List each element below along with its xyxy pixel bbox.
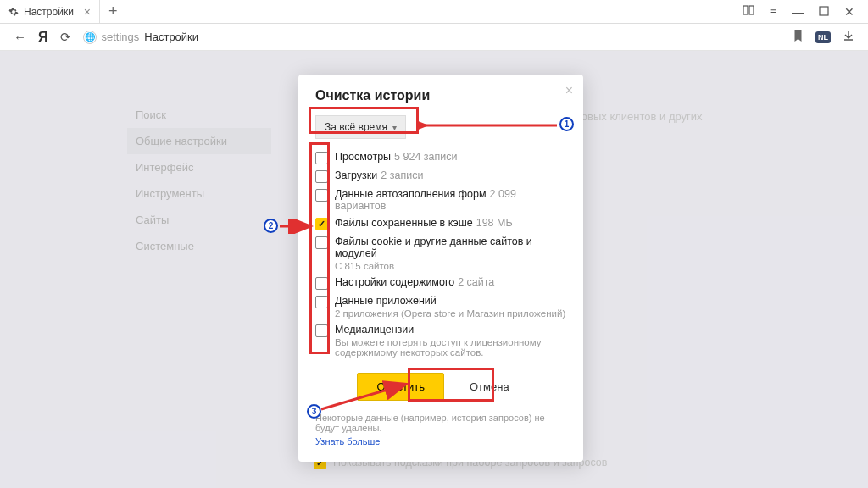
time-range-label: За всё время — [325, 121, 387, 133]
cancel-button[interactable]: Отмена — [454, 373, 525, 401]
chevron-down-icon: ▾ — [392, 123, 397, 132]
addr-prefix: settings — [102, 30, 140, 43]
panel-icon[interactable] — [743, 4, 754, 19]
dialog-buttons: Очистить Отмена — [315, 373, 566, 401]
checkbox-browsing[interactable] — [315, 152, 328, 164]
checkbox-autofill[interactable] — [315, 189, 328, 202]
svg-rect-2 — [820, 7, 828, 15]
toolbar-right: NL — [793, 30, 854, 45]
address-bar[interactable]: 🌐 settings Настройки — [83, 30, 782, 44]
checkbox-content[interactable] — [315, 277, 328, 290]
footer-note: Некоторые данные (например, история запр… — [315, 413, 566, 433]
item-content: Настройки содержимого2 сайта — [315, 276, 566, 290]
svg-rect-0 — [743, 6, 748, 14]
bookmark-icon[interactable] — [793, 30, 804, 45]
browser-tab[interactable]: Настройки × — [0, 0, 100, 23]
checkbox-cache[interactable] — [315, 218, 328, 230]
translate-badge[interactable]: NL — [815, 31, 831, 43]
checkbox-apps[interactable] — [315, 296, 328, 308]
clear-history-dialog: × Очистка истории За всё время ▾ Просмот… — [298, 75, 583, 462]
tab-bar: Настройки × + ≡ — ✕ — [0, 0, 868, 24]
download-icon[interactable] — [843, 30, 854, 45]
yandex-logo[interactable]: Я — [38, 30, 48, 45]
close-window-icon[interactable]: ✕ — [844, 5, 854, 19]
time-range-select[interactable]: За всё время ▾ — [315, 115, 406, 139]
dialog-title: Очистка истории — [315, 88, 566, 103]
globe-icon: 🌐 — [83, 30, 97, 44]
modal-overlay: × Очистка истории За всё время ▾ Просмот… — [0, 51, 868, 488]
item-autofill: Данные автозаполнения форм2 099 варианто… — [315, 188, 566, 212]
menu-icon[interactable]: ≡ — [770, 5, 776, 19]
reload-icon[interactable]: ⟳ — [60, 30, 71, 45]
gear-icon — [8, 7, 19, 17]
close-tab-icon[interactable]: × — [84, 5, 91, 19]
tab-title: Настройки — [24, 6, 74, 18]
item-media: МедиалицензииВы можете потерять доступ к… — [315, 324, 566, 358]
window-controls: ≡ — ✕ — [743, 0, 868, 23]
item-cookies: Файлы cookie и другие данные сайтов и мо… — [315, 236, 566, 271]
item-cache: Файлы сохраненные в кэше198 МБ — [315, 217, 566, 230]
svg-rect-1 — [749, 6, 754, 14]
maximize-icon[interactable] — [819, 5, 829, 19]
close-icon[interactable]: × — [565, 83, 573, 98]
learn-more-link[interactable]: Узнать больше — [315, 436, 380, 446]
toolbar: ← Я ⟳ 🌐 settings Настройки NL — [0, 24, 868, 51]
checkbox-cookies[interactable] — [315, 236, 328, 249]
page-content: Поиск Общие настройки Интерфейс Инструме… — [0, 51, 868, 488]
item-apps: Данные приложений2 приложения (Opera sto… — [315, 295, 566, 319]
checkbox-downloads[interactable] — [315, 170, 328, 183]
addr-text: Настройки — [144, 30, 198, 43]
back-icon[interactable]: ← — [14, 30, 26, 44]
clear-items-list: Просмотры5 924 записи Загрузки2 записи Д… — [315, 151, 566, 358]
item-downloads: Загрузки2 записи — [315, 169, 566, 183]
new-tab-button[interactable]: + — [100, 0, 126, 23]
item-browsing: Просмотры5 924 записи — [315, 151, 566, 164]
minimize-icon[interactable]: — — [792, 5, 804, 19]
clear-button[interactable]: Очистить — [357, 373, 444, 401]
checkbox-media[interactable] — [315, 324, 328, 337]
